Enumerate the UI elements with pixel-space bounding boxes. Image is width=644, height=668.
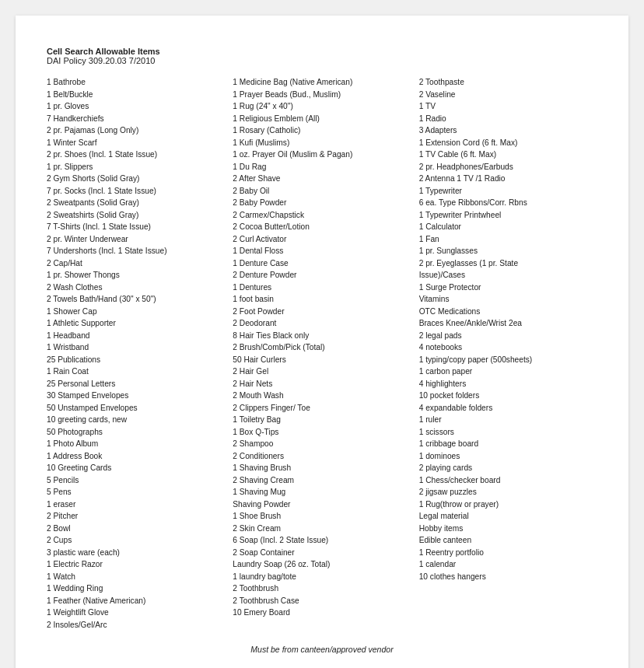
list-item: 6 Soap (Incl. 2 State Issue): [233, 534, 411, 547]
list-item: 1 Reentry portfolio: [419, 547, 597, 559]
list-item: 1 Extension Cord (6 ft. Max): [419, 137, 597, 149]
list-item: 1 Denture Case: [233, 257, 411, 270]
list-item: 2 pr. Pajamas (Long Only): [47, 124, 225, 137]
list-item: 2 Sweatpants (Solid Gray): [47, 197, 225, 209]
list-item: 1 Toiletry Bag: [233, 414, 411, 426]
list-item: Shaving Powder: [233, 498, 411, 511]
column-1: 1 Bathrobe1 Belt/Buckle1 pr. Gloves7 Han…: [47, 76, 233, 631]
list-item: 1 Medicine Bag (Native American): [233, 76, 411, 89]
list-item: 2 Denture Powder: [233, 269, 411, 282]
list-item: 2 After Shave: [233, 173, 411, 185]
list-item: 7 T-Shirts (Incl. 1 State Issue): [47, 221, 225, 233]
list-item: 2 Cocoa Butter/Lotion: [233, 221, 411, 233]
list-item: 50 Hair Curlers: [233, 354, 411, 366]
list-item: 1 Photo Album: [47, 438, 225, 450]
list-item: 2 Toothbrush Case: [233, 595, 411, 607]
list-item: 1 Watch: [47, 571, 225, 583]
list-item: 1 Calculator: [419, 221, 597, 233]
list-item: 2 Shaving Cream: [233, 474, 411, 487]
list-item: 10 greeting cards, new: [47, 414, 225, 426]
list-item: 1 Shaving Brush: [233, 462, 411, 474]
list-item: 1 Address Book: [47, 450, 225, 463]
list-item: 2 Soap Container: [233, 547, 411, 559]
list-item: 1 Weightlift Glove: [47, 607, 225, 619]
list-item: 2 Baby Powder: [233, 197, 411, 209]
list-item: 1 laundry bag/tote: [233, 571, 411, 583]
list-item: 6 ea. Type Ribbons/Corr. Rbns: [419, 197, 597, 209]
list-item: 1 TV Cable (6 ft. Max): [419, 149, 597, 161]
list-item: 8 Hair Ties Black only: [233, 330, 411, 342]
list-item: 1 Wedding Ring: [47, 582, 225, 595]
list-item: 2 Mouth Wash: [233, 390, 411, 402]
list-item: 2 pr. Eyeglasses (1 pr. State: [419, 257, 597, 270]
list-item: 1 pr. Slippers: [47, 161, 225, 173]
list-item: 1 Feather (Native American): [47, 595, 225, 607]
list-item: 1 Electric Razor: [47, 558, 225, 571]
list-item: 5 Pencils: [47, 474, 225, 487]
list-item: Laundry Soap (26 oz. Total): [233, 558, 411, 571]
column-2: 1 Medicine Bag (Native American)1 Prayer…: [233, 76, 418, 619]
list-item: 1 calendar: [419, 558, 597, 571]
list-item: 2 Gym Shorts (Solid Gray): [47, 173, 225, 185]
list-item: 2 Foot Powder: [233, 306, 411, 318]
list-item: 25 Personal Letters: [47, 378, 225, 390]
list-item: 2 Curl Activator: [233, 233, 411, 246]
list-item: 25 Publications: [47, 354, 225, 366]
list-item: 2 pr. Shoes (Incl. 1 State Issue): [47, 149, 225, 161]
list-item: 1 Bathrobe: [47, 76, 225, 89]
list-item: 3 Adapters: [419, 124, 597, 137]
list-item: 3 plastic ware (each): [47, 547, 225, 559]
list-item: 1 Prayer Beads (Bud., Muslim): [233, 89, 411, 101]
list-item: Issue)/Cases: [419, 269, 597, 282]
list-item: 2 Deodorant: [233, 317, 411, 330]
list-item: 2 Carmex/Chapstick: [233, 209, 411, 222]
list-item: 1 cribbage board: [419, 438, 597, 450]
list-item: 1 dominoes: [419, 450, 597, 463]
list-item: 1 Kufi (Muslims): [233, 137, 411, 149]
list-item: 1 oz. Prayer Oil (Muslim & Pagan): [233, 149, 411, 161]
list-item: 1 Radio: [419, 113, 597, 125]
list-item: 2 Hair Nets: [233, 378, 411, 390]
list-item: 1 Winter Scarf: [47, 137, 225, 149]
list-item: 2 Cap/Hat: [47, 257, 225, 270]
list-item: 1 Headband: [47, 330, 225, 342]
list-item: 4 notebooks: [419, 341, 597, 354]
list-item: Braces Knee/Ankle/Wrist 2ea: [419, 317, 597, 330]
page: Cell Search Allowable Items DAI Policy 3…: [16, 16, 628, 668]
list-item: 2 Shampoo: [233, 438, 411, 450]
list-item: 1 Du Rag: [233, 161, 411, 173]
list-item: 2 playing cards: [419, 462, 597, 474]
list-item: 10 clothes hangers: [419, 571, 597, 583]
list-item: 2 Skin Cream: [233, 523, 411, 535]
list-item: 1 eraser: [47, 498, 225, 511]
list-item: 1 pr. Shower Thongs: [47, 269, 225, 282]
list-item: 7 pr. Socks (Incl. 1 State Issue): [47, 185, 225, 198]
list-item: 2 jigsaw puzzles: [419, 486, 597, 498]
list-item: 1 carbon paper: [419, 365, 597, 378]
list-item: 1 Box Q-Tips: [233, 426, 411, 439]
list-item: 4 expandable folders: [419, 402, 597, 414]
list-item: 1 Dental Floss: [233, 245, 411, 257]
columns-container: 1 Bathrobe1 Belt/Buckle1 pr. Gloves7 Han…: [47, 76, 597, 631]
list-item: 1 Rain Coat: [47, 365, 225, 378]
list-item: 2 Vaseline: [419, 89, 597, 101]
list-item: 2 Pitcher: [47, 510, 225, 523]
list-item: 2 Cups: [47, 534, 225, 547]
list-item: 1 Religious Emblem (All): [233, 113, 411, 125]
list-item: 1 Rug (24" x 40"): [233, 100, 411, 113]
list-item: 1 Wristband: [47, 341, 225, 354]
header: Cell Search Allowable Items DAI Policy 3…: [47, 47, 597, 65]
header-title: Cell Search Allowable Items: [47, 47, 597, 56]
list-item: 1 Dentures: [233, 282, 411, 294]
list-item: 5 Pens: [47, 486, 225, 498]
list-item: 2 Clippers Finger/ Toe: [233, 402, 411, 414]
list-item: Hobby items: [419, 523, 597, 535]
list-item: 1 Surge Protector: [419, 282, 597, 294]
list-item: 1 typing/copy paper (500sheets): [419, 354, 597, 366]
list-item: 1 Chess/checker board: [419, 474, 597, 487]
list-item: 1 pr. Sunglasses: [419, 245, 597, 257]
list-item: 2 Antenna 1 TV /1 Radio: [419, 173, 597, 185]
list-item: 1 pr. Gloves: [47, 100, 225, 113]
column-3: 2 Toothpaste2 Vaseline1 TV1 Radio3 Adapt…: [419, 76, 597, 582]
list-item: 1 Shoe Brush: [233, 510, 411, 523]
